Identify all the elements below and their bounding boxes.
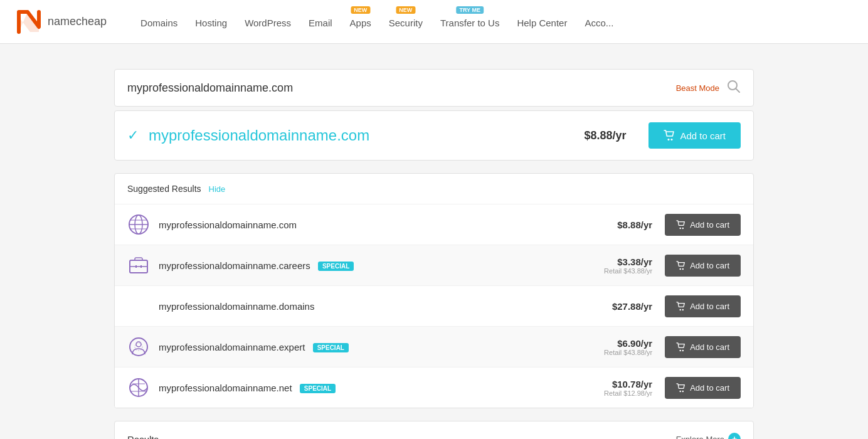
domain-name: myprofessionaldomainname.expert SPECIAL <box>159 342 583 352</box>
svg-point-2 <box>668 139 670 140</box>
no-icon <box>127 295 150 317</box>
domain-name: myprofessionaldomainname.net SPECIAL <box>159 383 583 393</box>
primary-result: ✓ myprofessionaldomainname.com $8.88/yr … <box>114 110 754 161</box>
domain-price: $10.78/yr <box>583 379 652 389</box>
transfer-badge: TRY ME <box>456 6 484 14</box>
svg-line-1 <box>736 88 739 92</box>
logo-text: namecheap <box>48 15 107 28</box>
add-to-cart-button[interactable]: Add to cart <box>665 295 741 317</box>
apps-badge: NEW <box>351 6 370 14</box>
careers-icon <box>127 254 150 277</box>
domain-name: myprofessionaldomainname.com <box>159 220 583 230</box>
domain-retail: Retail $43.88/yr <box>583 267 652 275</box>
add-to-cart-label: Add to cart <box>690 302 729 311</box>
svg-point-20 <box>136 342 141 347</box>
svg-point-3 <box>671 139 673 140</box>
primary-domain: myprofessionaldomainname.com <box>149 127 574 144</box>
cart-icon <box>676 220 685 230</box>
nav-item-hosting[interactable]: Hosting <box>186 0 236 44</box>
explore-more-button[interactable]: Explore More + <box>676 433 741 439</box>
beast-mode-link[interactable]: Beast Mode <box>676 83 719 93</box>
available-checkmark: ✓ <box>127 127 139 144</box>
add-to-cart-button[interactable]: Add to cart <box>665 336 741 358</box>
add-to-cart-label: Add to cart <box>690 342 729 352</box>
results-footer: Results Explore More + <box>114 421 754 439</box>
explore-plus-icon: + <box>728 433 741 439</box>
globe-icon <box>127 213 150 236</box>
domain-price: $3.38/yr <box>583 257 652 267</box>
nav-item-security[interactable]: NEW Security <box>380 0 431 44</box>
cart-icon <box>676 383 685 393</box>
add-to-cart-button[interactable]: Add to cart <box>665 214 741 236</box>
domain-row: myprofessionaldomainname.careers SPECIAL… <box>115 245 753 286</box>
svg-point-17 <box>680 309 682 310</box>
domain-price-col: $27.88/yr <box>583 301 652 312</box>
domain-row: myprofessionaldomainname.expert SPECIAL … <box>115 327 753 368</box>
add-to-cart-button[interactable]: Add to cart <box>665 377 741 399</box>
special-badge: SPECIAL <box>313 343 349 352</box>
special-badge: SPECIAL <box>318 262 354 271</box>
domain-name: myprofessionaldomainname.careers SPECIAL <box>159 260 583 271</box>
add-to-cart-label: Add to cart <box>690 261 729 270</box>
suggested-results-section: Suggested Results Hide myprofessionaldom… <box>114 173 754 408</box>
domain-name: myprofessionaldomainname.domains <box>159 301 583 312</box>
domain-price: $6.90/yr <box>583 338 652 349</box>
svg-point-23 <box>682 349 684 351</box>
nav-item-email[interactable]: Email <box>300 0 341 44</box>
security-badge: NEW <box>396 6 415 14</box>
domain-row: myprofessionaldomainname.domains $27.88/… <box>115 286 753 327</box>
search-icon[interactable] <box>727 80 741 97</box>
cart-icon <box>676 261 685 270</box>
nav-item-account[interactable]: Acco... <box>576 0 622 44</box>
search-query: myprofessionaldomainname.com <box>127 82 293 95</box>
primary-price: $8.88/yr <box>584 129 626 142</box>
suggested-results-title: Suggested Results <box>127 184 201 194</box>
search-bar-right: Beast Mode <box>676 80 741 97</box>
primary-add-to-cart-button[interactable]: Add to cart <box>648 122 741 149</box>
domain-price-col: $8.88/yr <box>583 220 652 230</box>
domain-retail: Retail $12.98/yr <box>583 389 652 397</box>
primary-add-to-cart-label: Add to cart <box>680 130 726 141</box>
add-to-cart-label: Add to cart <box>690 220 729 230</box>
nav-item-domains[interactable]: Domains <box>132 0 186 44</box>
suggested-results-header: Suggested Results Hide <box>115 174 753 204</box>
nav-item-apps[interactable]: NEW Apps <box>341 0 380 44</box>
nav-item-transfer[interactable]: TRY ME Transfer to Us <box>431 0 508 44</box>
main-nav: Domains Hosting WordPress Email NEW Apps… <box>132 0 622 44</box>
domain-row: myprofessionaldomainname.com $8.88/yr Ad… <box>115 204 753 245</box>
domain-price: $27.88/yr <box>583 301 652 312</box>
svg-point-9 <box>680 227 682 229</box>
cart-icon <box>664 130 675 141</box>
svg-point-15 <box>680 268 682 270</box>
domain-retail: Retail $43.88/yr <box>583 349 652 356</box>
search-bar: myprofessionaldomainname.com Beast Mode <box>114 69 754 107</box>
explore-more-label: Explore More <box>676 435 724 440</box>
domain-price-col: $3.38/yr Retail $43.88/yr <box>583 257 652 275</box>
svg-point-27 <box>682 390 684 392</box>
domain-price-col: $10.78/yr Retail $12.98/yr <box>583 379 652 397</box>
hide-results-link[interactable]: Hide <box>209 184 226 194</box>
nav-item-wordpress[interactable]: WordPress <box>236 0 300 44</box>
svg-point-26 <box>680 390 682 392</box>
domain-row: myprofessionaldomainname.net SPECIAL $10… <box>115 368 753 408</box>
navbar: namecheap Domains Hosting WordPress Emai… <box>0 0 868 44</box>
nav-item-help[interactable]: Help Center <box>508 0 576 44</box>
add-to-cart-button[interactable]: Add to cart <box>665 255 741 277</box>
results-footer-title: Results <box>127 434 159 440</box>
logo-link[interactable]: namecheap <box>15 8 107 36</box>
add-to-cart-label: Add to cart <box>690 383 729 393</box>
cart-icon <box>676 302 685 311</box>
special-badge: SPECIAL <box>300 384 336 393</box>
net-icon <box>127 376 150 399</box>
svg-point-18 <box>682 309 684 310</box>
logo-icon <box>15 8 43 36</box>
expert-icon <box>127 336 150 358</box>
svg-point-22 <box>680 349 682 351</box>
domain-price: $8.88/yr <box>583 220 652 230</box>
domain-price-col: $6.90/yr Retail $43.88/yr <box>583 338 652 356</box>
main-content: myprofessionaldomainname.com Beast Mode … <box>102 69 766 439</box>
svg-point-16 <box>682 268 684 270</box>
cart-icon <box>676 342 685 352</box>
svg-point-10 <box>682 227 684 229</box>
